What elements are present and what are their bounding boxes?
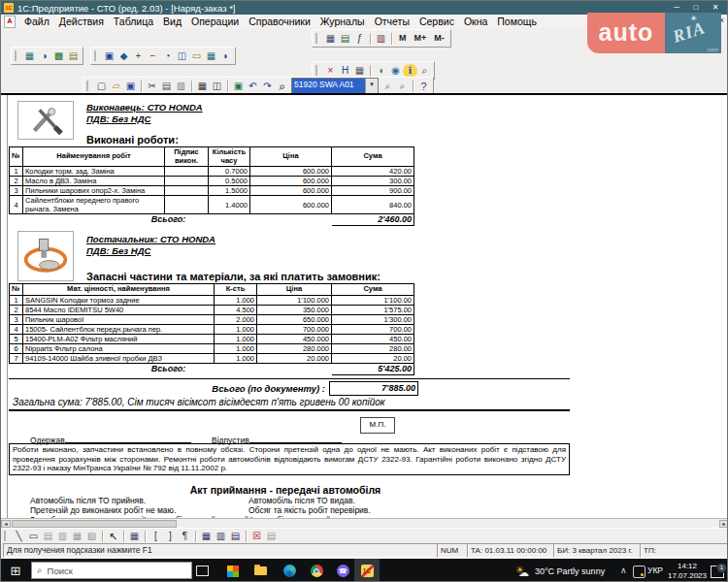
paste-icon[interactable]: ▥ [174, 80, 188, 93]
menu-item[interactable]: Справочники [244, 16, 315, 27]
delete-table-icon[interactable]: ☒ [249, 530, 264, 543]
menu-item[interactable]: Операции [186, 16, 244, 27]
tray-app-icon[interactable] [633, 566, 645, 578]
undo-icon[interactable]: ↶ [246, 80, 260, 93]
exit-icon[interactable]: × [323, 64, 338, 78]
menu-item[interactable]: Файл [19, 16, 54, 27]
viber-button[interactable]: ☎ [330, 559, 355, 582]
bracket-open-icon[interactable]: [ [149, 530, 163, 543]
start-button[interactable]: ⊞ [1, 559, 30, 582]
table-grid-icon[interactable]: ▦ [352, 64, 367, 78]
chrome-button[interactable] [304, 559, 329, 582]
save-icon[interactable]: ▣ [123, 80, 138, 93]
draw-line-icon[interactable]: ╲ [12, 530, 26, 543]
table-settings-icon[interactable]: ▦ [323, 32, 338, 46]
operations-icon[interactable]: ◑ [37, 49, 51, 63]
menu-item[interactable]: Таблица [109, 16, 158, 27]
notification-center-button[interactable]: 1 [711, 566, 724, 578]
structure-icon[interactable]: ◫ [175, 49, 189, 63]
clock[interactable]: 14:12 17.07.2023 [667, 562, 708, 580]
export-icon[interactable]: ◗ [218, 49, 233, 63]
cut-icon[interactable]: ✂ [145, 80, 159, 93]
mail-icon[interactable]: ▭ [189, 49, 204, 63]
scrollbar-thumb[interactable] [12, 520, 177, 528]
components-icon[interactable]: ▩ [51, 49, 66, 63]
bracket-close-icon[interactable]: ] [163, 530, 178, 543]
print-preview-icon[interactable]: ◫ [210, 80, 224, 93]
works-table[interactable]: № Найменування робіт Підпис викон. Кільк… [9, 146, 414, 226]
formula-icon[interactable]: ƒ [352, 32, 367, 46]
toolbar-grip[interactable] [94, 50, 99, 61]
pointer-icon[interactable]: ↖ [106, 530, 120, 543]
act-line: Автомобіль після ТО видав. [248, 496, 371, 505]
grid-icon[interactable]: ▦ [204, 49, 218, 63]
rainbow-icon[interactable]: ◖ [374, 64, 388, 78]
memory-recall-button[interactable]: М [395, 32, 411, 45]
document-sheet[interactable]: Виконавець: СТО HONDA ПДВ: Без НДС Викон… [1, 93, 728, 520]
help-icon[interactable]: ? [416, 80, 431, 93]
tray-expand-chevron[interactable]: ∧ [620, 559, 627, 582]
parts-table[interactable]: № Мат. цінності, найменування К-сть Ціна… [9, 283, 414, 375]
merge-cells-icon[interactable]: ▤ [264, 530, 279, 543]
grid-toggle-icon[interactable]: ▦ [127, 530, 142, 543]
edge-button[interactable] [277, 559, 302, 582]
remove-icon[interactable]: − [146, 49, 160, 63]
menu-item[interactable]: Вид [158, 16, 186, 27]
store-button[interactable] [220, 559, 246, 582]
memory-subtract-button[interactable]: М- [430, 32, 448, 45]
print-icon[interactable]: ▦ [195, 80, 210, 93]
memory-add-button[interactable]: М+ [411, 32, 431, 45]
history-icon[interactable]: Н [338, 64, 352, 78]
book-icon[interactable]: ▥ [374, 32, 388, 46]
picture3-icon[interactable]: ▦ [70, 530, 84, 543]
new-document-icon[interactable]: ▢ [94, 80, 109, 93]
toolbar-grip[interactable] [315, 33, 320, 44]
paragraph-icon[interactable]: ¶ [178, 530, 192, 543]
zoom-icon[interactable]: ⌕ [417, 64, 432, 78]
catalog-icon[interactable]: ▦ [22, 49, 37, 63]
globe-icon[interactable]: ◉ [388, 64, 403, 78]
clock-icon[interactable]: ◔ [160, 49, 175, 63]
money-icon[interactable]: ▤ [66, 49, 81, 63]
picture-icon[interactable]: ▤ [41, 530, 55, 543]
find-settings-icon[interactable]: ⌕ [395, 80, 410, 93]
task-view-button[interactable] [189, 559, 215, 582]
find-icon[interactable]: ⌕ [275, 80, 289, 93]
open-icon[interactable]: ▱ [109, 80, 123, 93]
menu-item[interactable]: Отчеты [370, 16, 414, 27]
insert-row-icon[interactable]: ▤ [228, 530, 243, 543]
toolbar-grip[interactable] [86, 81, 91, 91]
quick-search-value[interactable]: 51920 SWA A01 [292, 79, 365, 93]
picture2-icon[interactable]: ▥ [55, 530, 70, 543]
documents-icon[interactable]: ▣ [102, 49, 116, 63]
menu-item[interactable]: Помощь [492, 16, 542, 27]
insert-column-icon[interactable]: ▥ [214, 530, 228, 543]
menu-item[interactable]: Окна [459, 16, 492, 27]
scroll-right-button[interactable]: ▸ [719, 520, 728, 528]
find-next-icon[interactable]: ⌕ [381, 80, 395, 93]
copy-icon[interactable]: ▤ [159, 80, 174, 93]
1c-app-button[interactable]: 1С [354, 559, 380, 582]
reference-icon[interactable]: ◆ [116, 49, 131, 63]
toolbar-grip[interactable] [315, 65, 320, 76]
menu-item[interactable]: Сервис [414, 16, 459, 27]
calendar-icon[interactable]: ▤ [338, 32, 352, 46]
toolbar-grip[interactable] [15, 50, 19, 61]
picture4-icon[interactable]: ▧ [84, 530, 99, 543]
chevron-down-icon[interactable]: ▼ [365, 79, 378, 93]
calculator-icon[interactable]: ▣ [231, 80, 246, 93]
info-icon[interactable]: ℹ [403, 64, 417, 78]
menu-item[interactable]: Действия [54, 16, 109, 27]
menu-item[interactable]: Журналы [315, 16, 370, 27]
add-icon[interactable]: + [131, 49, 146, 63]
scroll-left-button[interactable]: ◂ [1, 520, 11, 528]
toolbar-grip[interactable] [4, 531, 9, 541]
table-icon[interactable]: ▦ [199, 530, 214, 543]
language-indicator[interactable]: УКР [647, 559, 663, 582]
redo-icon[interactable]: ↷ [260, 80, 275, 93]
taskbar-search[interactable]: ⌕ Поиск [31, 562, 192, 579]
file-explorer-button[interactable] [248, 559, 273, 582]
quick-search-combobox[interactable]: 51920 SWA A01 ▼ [291, 78, 379, 94]
draw-rect-icon[interactable]: ▭ [26, 530, 41, 543]
weather-widget[interactable]: ☀☁ 30°C Partly sunny [515, 559, 605, 582]
